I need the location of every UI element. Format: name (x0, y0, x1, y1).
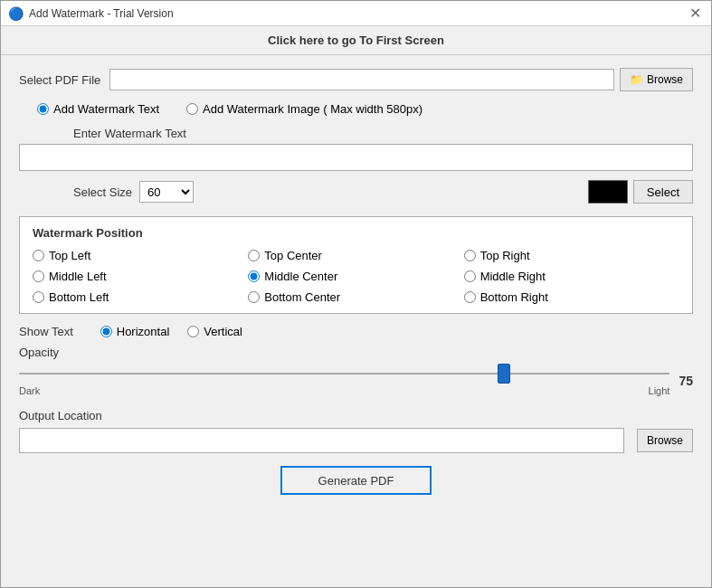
title-bar: 🔵 Add Watermark - Trial Version ✕ (1, 1, 711, 26)
position-bottom-center[interactable]: Bottom Center (248, 290, 463, 304)
color-swatch[interactable] (588, 180, 628, 204)
title-bar-left: 🔵 Add Watermark - Trial Version (8, 6, 174, 21)
output-browse-button[interactable]: Browse (637, 429, 693, 452)
output-section: Output Location Browse (19, 409, 693, 453)
position-middle-left[interactable]: Middle Left (33, 270, 248, 283)
pdf-browse-button[interactable]: 📁 Browse (620, 68, 693, 91)
opacity-value: 75 (679, 374, 693, 388)
pos-top-left-radio[interactable] (33, 250, 44, 261)
generate-pdf-button[interactable]: Generate PDF (280, 466, 432, 495)
pos-middle-center-radio[interactable] (248, 270, 260, 282)
dark-label: Dark (19, 385, 40, 396)
close-button[interactable]: ✕ (686, 5, 704, 23)
watermark-text-option[interactable]: Add Watermark Text (37, 102, 159, 116)
watermark-text-radio[interactable] (37, 103, 49, 115)
pos-top-right-radio[interactable] (464, 250, 476, 261)
select-color-button[interactable]: Select (633, 180, 693, 204)
watermark-text-section: Enter Watermark Text (19, 127, 693, 171)
pos-bottom-center-radio[interactable] (248, 291, 260, 303)
position-bottom-left[interactable]: Bottom Left (33, 290, 248, 304)
generate-btn-row: Generate PDF (19, 466, 693, 495)
watermark-type-row: Add Watermark Text Add Watermark Image (… (19, 102, 693, 116)
position-title: Watermark Position (33, 226, 679, 240)
top-banner[interactable]: Click here to go To First Screen (1, 26, 711, 55)
vertical-radio[interactable] (187, 326, 199, 337)
pos-bottom-left-radio[interactable] (33, 291, 44, 303)
position-middle-center[interactable]: Middle Center (248, 270, 463, 283)
position-middle-right[interactable]: Middle Right (464, 270, 679, 283)
watermark-image-radio[interactable] (186, 103, 198, 115)
output-row: Browse (19, 428, 693, 453)
app-icon: 🔵 (8, 6, 24, 21)
pos-middle-right-radio[interactable] (464, 270, 476, 282)
horizontal-radio[interactable] (100, 326, 112, 337)
position-top-center[interactable]: Top Center (248, 249, 463, 262)
pos-bottom-right-radio[interactable] (464, 291, 476, 303)
slider-row: Dark Light 75 (19, 365, 693, 396)
pos-top-center-radio[interactable] (248, 250, 260, 261)
size-select[interactable]: 8101214 16182024 28323640 48607296 (139, 181, 194, 203)
position-bottom-right[interactable]: Bottom Right (464, 290, 679, 304)
opacity-slider[interactable] (19, 365, 669, 383)
pdf-file-label: Select PDF File (19, 73, 100, 87)
pdf-file-input[interactable] (109, 69, 614, 90)
opacity-section: Opacity Dark Light 75 (19, 346, 693, 396)
position-top-left[interactable]: Top Left (33, 249, 248, 262)
folder-icon: 📁 (630, 73, 643, 86)
slider-wrap: Dark Light (19, 365, 669, 396)
pos-middle-left-radio[interactable] (33, 270, 44, 282)
watermark-text-label: Enter Watermark Text (19, 127, 693, 140)
size-label: Select Size (19, 185, 132, 199)
opacity-label: Opacity (19, 346, 693, 359)
output-label: Output Location (19, 409, 693, 422)
show-text-label: Show Text (19, 325, 73, 338)
main-window: 🔵 Add Watermark - Trial Version ✕ Click … (0, 0, 712, 588)
pdf-file-row: Select PDF File 📁 Browse (19, 68, 693, 91)
main-content: Select PDF File 📁 Browse Add Watermark T… (1, 55, 711, 587)
light-label: Light (649, 385, 670, 396)
position-top-right[interactable]: Top Right (464, 249, 679, 262)
title-bar-text: Add Watermark - Trial Version (29, 7, 174, 20)
position-grid: Top Left Top Center Top Right Middle Lef… (33, 249, 679, 304)
vertical-option[interactable]: Vertical (187, 325, 242, 338)
position-section: Watermark Position Top Left Top Center T… (19, 216, 693, 314)
orientation-row: Show Text Horizontal Vertical (19, 325, 693, 338)
horizontal-option[interactable]: Horizontal (100, 325, 170, 338)
watermark-image-option[interactable]: Add Watermark Image ( Max width 580px) (186, 102, 422, 116)
output-input[interactable] (19, 428, 624, 453)
size-color-row: Select Size 8101214 16182024 28323640 48… (19, 180, 693, 204)
slider-labels: Dark Light (19, 385, 669, 396)
watermark-text-input[interactable] (19, 144, 693, 171)
